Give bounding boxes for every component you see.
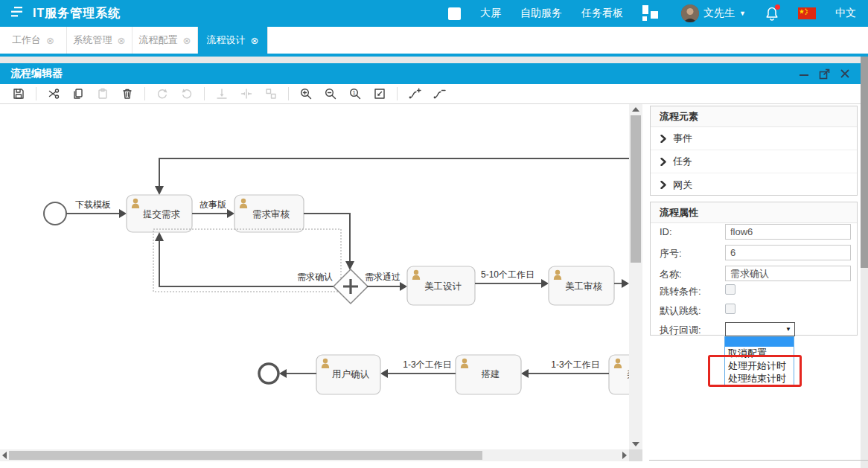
- gateway-node[interactable]: [334, 269, 368, 304]
- scroll-right-arrow[interactable]: [622, 452, 627, 459]
- dropdown-option-cancel-config[interactable]: 取消配置: [725, 347, 794, 359]
- save-icon[interactable]: [9, 85, 28, 103]
- tab-close-icon[interactable]: ⊗: [183, 35, 191, 46]
- maximize-icon[interactable]: [819, 68, 830, 80]
- edge-download-template[interactable]: 下载模板: [66, 199, 127, 218]
- china-flag-icon[interactable]: [798, 7, 816, 19]
- palette-group-gateways[interactable]: 网关: [651, 173, 857, 196]
- bottom-divider: [649, 460, 868, 461]
- name-field[interactable]: [725, 266, 851, 281]
- palette-panel: 流程元素 事件 任务 网关: [650, 106, 858, 196]
- zoom-in-icon[interactable]: [296, 85, 316, 103]
- tab-close-icon[interactable]: ⊗: [251, 35, 259, 46]
- language-switch[interactable]: 中文: [835, 7, 856, 20]
- start-event-node[interactable]: [44, 202, 66, 225]
- edge-requirement-confirm-selected[interactable]: 需求确认: [153, 229, 341, 292]
- edge-review-to-gateway[interactable]: [304, 214, 354, 270]
- svg-text:1: 1: [352, 89, 355, 96]
- default-line-checkbox[interactable]: [725, 304, 735, 314]
- redo-icon[interactable]: [153, 85, 172, 103]
- task-node-design[interactable]: 美工设计: [407, 266, 475, 305]
- dropdown-option-blank[interactable]: [725, 337, 794, 347]
- page-scroll-thumb[interactable]: [861, 57, 868, 268]
- horizontal-scroll-thumb[interactable]: [9, 451, 482, 460]
- add-connection-icon[interactable]: [405, 85, 424, 103]
- edge-days-1-3-b[interactable]: 1-3个工作日: [521, 359, 609, 378]
- page-vertical-scrollbar[interactable]: [861, 57, 868, 468]
- jump-condition-checkbox[interactable]: [725, 284, 735, 295]
- scroll-left-arrow[interactable]: [2, 452, 7, 459]
- edge-days-1-3-a[interactable]: 1-3个工作日: [380, 359, 456, 378]
- align-center-icon[interactable]: [237, 85, 256, 103]
- notification-bell-icon[interactable]: [765, 6, 779, 21]
- nav-item-bigscreen[interactable]: 大屏: [480, 7, 501, 20]
- edge-requirement-pass[interactable]: 需求通过: [365, 272, 407, 291]
- canvas-horizontal-scrollbar[interactable]: [0, 449, 629, 461]
- edge-feedback[interactable]: [155, 158, 629, 195]
- svg-text:故事版: 故事版: [200, 199, 226, 210]
- fullscreen-icon[interactable]: [448, 7, 461, 20]
- tab-bar: 工作台 ⊗ 系统管理 ⊗ 流程配置 ⊗ 流程设计 ⊗: [0, 27, 868, 54]
- flow-editor-header: 流程编辑器: [0, 63, 861, 84]
- zoom-reset-icon[interactable]: 1: [345, 85, 365, 103]
- tab-close-icon[interactable]: ⊗: [118, 35, 126, 46]
- tab-close-icon[interactable]: ⊗: [46, 35, 54, 46]
- tab-system-management[interactable]: 系统管理 ⊗: [67, 27, 133, 54]
- task-node-user-confirm[interactable]: 用户确认: [316, 355, 380, 394]
- task-node-design-review[interactable]: 美工审核: [549, 266, 614, 305]
- end-event-node[interactable]: [259, 364, 278, 383]
- close-icon[interactable]: [840, 68, 850, 79]
- edge-days-5-10[interactable]: 5-10个工作日: [475, 269, 549, 288]
- canvas-vertical-scrollbar[interactable]: [629, 104, 642, 449]
- chevron-right-icon: [660, 135, 666, 143]
- task-node-review[interactable]: 需求审核: [234, 195, 304, 232]
- edge-design-review-out[interactable]: [614, 279, 629, 288]
- task-node-submit[interactable]: 提交需求: [127, 195, 192, 232]
- scroll-up-arrow[interactable]: [632, 107, 639, 112]
- edge-to-end[interactable]: [279, 369, 316, 378]
- tab-process-config[interactable]: 流程配置 ⊗: [133, 27, 198, 54]
- dropdown-option-end-timing[interactable]: 处理结束计时: [725, 372, 794, 385]
- palette-group-events[interactable]: 事件: [651, 127, 857, 150]
- callback-dropdown-list: 取消配置 处理开始计时 处理结束计时: [724, 336, 794, 385]
- nav-item-selfservice[interactable]: 自助服务: [520, 7, 562, 20]
- svg-text:5-10个工作日: 5-10个工作日: [481, 269, 534, 280]
- dropdown-option-start-timing[interactable]: 处理开始计时: [725, 359, 794, 372]
- task-node-build[interactable]: 搭建: [456, 355, 521, 394]
- svg-text:1-3个工作日: 1-3个工作日: [551, 359, 599, 370]
- paste-icon[interactable]: [93, 85, 112, 103]
- user-menu[interactable]: 文先生 ▼: [681, 4, 746, 22]
- scroll-down-arrow[interactable]: [632, 442, 639, 446]
- background-band: [0, 57, 868, 63]
- remove-connection-icon[interactable]: [430, 85, 449, 103]
- copy-icon[interactable]: [68, 85, 88, 103]
- apps-grid-icon[interactable]: [642, 5, 662, 22]
- palette-title: 流程元素: [651, 106, 857, 127]
- id-field[interactable]: [725, 224, 851, 240]
- sequence-field[interactable]: [725, 245, 851, 260]
- palette-group-tasks[interactable]: 任务: [651, 150, 857, 173]
- edge-storyboard[interactable]: 故事版: [192, 199, 234, 218]
- nav-item-taskboard[interactable]: 任务看板: [581, 7, 623, 20]
- vertical-scroll-thumb[interactable]: [631, 115, 641, 263]
- chevron-right-icon: [660, 181, 666, 189]
- hamburger-menu-icon[interactable]: [10, 7, 24, 20]
- align-bottom-icon[interactable]: [212, 85, 232, 103]
- cut-icon[interactable]: [44, 85, 63, 103]
- minimize-icon[interactable]: [799, 68, 809, 79]
- undo-icon[interactable]: [177, 85, 197, 103]
- delete-icon[interactable]: [118, 85, 137, 103]
- callback-select[interactable]: ▼: [725, 322, 795, 336]
- fit-screen-icon[interactable]: [370, 85, 389, 103]
- align-grid-icon[interactable]: [261, 85, 281, 103]
- avatar: [681, 4, 699, 22]
- task-node-partial[interactable]: 美: [609, 355, 629, 394]
- flow-canvas[interactable]: 下载模板 提交需求 故事版 需求审核 需求确认 需求通过: [0, 104, 629, 449]
- zoom-out-icon[interactable]: [321, 85, 340, 103]
- svg-text:需求审核: 需求审核: [252, 209, 290, 219]
- callback-label: 执行回调:: [660, 324, 701, 337]
- tab-process-design[interactable]: 流程设计 ⊗: [198, 27, 268, 54]
- tab-workbench[interactable]: 工作台 ⊗: [0, 27, 67, 54]
- properties-panel: 流程属性 ID: 序号: 名称: 跳转条件: 默认跳线: 执行回调: ▼: [650, 202, 858, 336]
- default-line-label: 默认跳线:: [660, 304, 701, 318]
